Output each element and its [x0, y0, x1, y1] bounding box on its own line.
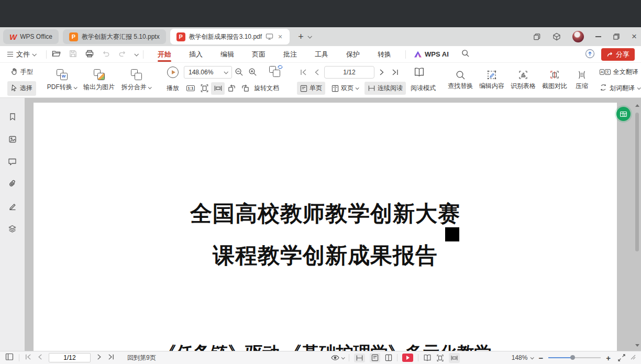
slider-knob[interactable] [570, 355, 575, 360]
page-number-input[interactable] [324, 66, 374, 79]
next-page-button[interactable] [96, 354, 103, 362]
menu-tab-home[interactable]: 开始 [149, 46, 180, 63]
3d-cube-icon[interactable] [552, 32, 561, 41]
menu-tab-protect[interactable]: 保护 [337, 46, 369, 63]
attachment-icon[interactable] [8, 180, 17, 190]
restore-window-icon[interactable] [613, 33, 620, 40]
fit-page-button[interactable] [436, 354, 444, 362]
undo-icon[interactable] [102, 50, 110, 59]
continuous-read-toggle[interactable] [354, 354, 365, 362]
close-window-icon[interactable]: × [632, 31, 637, 42]
comment-panel-icon[interactable] [8, 158, 17, 167]
menu-tab-page[interactable]: 页面 [243, 46, 274, 63]
zoom-level-dropdown[interactable]: 148% [512, 354, 534, 361]
last-page-button[interactable] [108, 354, 115, 362]
table-tool-fab-button[interactable] [616, 107, 631, 121]
menu-tab-convert[interactable]: 转换 [369, 46, 400, 63]
save-icon[interactable] [69, 50, 77, 59]
tab-list-chevron-icon[interactable] [307, 34, 312, 38]
tab-pdf-document-active[interactable]: P 教学创新成果报告3.10.pdf × [170, 29, 290, 45]
wps-ai-button[interactable]: WPS AI [411, 50, 452, 58]
pdf-page[interactable]: 全国高校教师教学创新大赛 课程教学创新成果报告 《任务链》驱动 《基础护理学》多… [34, 103, 617, 351]
present-on-screen-icon[interactable] [266, 33, 273, 40]
menu-tab-comment[interactable]: 批注 [274, 46, 306, 63]
more-actions-chevron-icon[interactable] [134, 52, 138, 56]
resize-grip[interactable] [631, 354, 636, 361]
view-options-button[interactable] [331, 355, 344, 361]
play-label[interactable]: 播放 [167, 84, 179, 93]
word-translate-button[interactable]: 划词翻译 [596, 81, 641, 96]
close-tab-icon[interactable]: × [277, 32, 283, 41]
zoom-slider[interactable] [548, 357, 601, 358]
read-mode-label[interactable]: 阅读模式 [409, 84, 437, 93]
compress-button[interactable]: 压缩 [570, 64, 593, 96]
menu-file[interactable]: 文件 [16, 50, 36, 59]
previous-page-button[interactable] [37, 354, 43, 362]
full-text-translate-button[interactable]: A文 全文翻译 [596, 65, 641, 80]
scroll-down-arrow-icon[interactable] [635, 344, 639, 347]
page-number-input[interactable] [49, 353, 91, 362]
recognize-table-button[interactable]: 识别表格 [507, 64, 539, 96]
actual-size-button[interactable]: 1:1 [184, 85, 197, 91]
hamburger-menu-icon[interactable] [7, 52, 13, 57]
menu-tab-tools[interactable]: 工具 [306, 46, 337, 63]
hand-tool-button[interactable]: 手型 [7, 65, 36, 80]
read-mode-button[interactable] [423, 354, 432, 361]
minimize-window-icon[interactable] [595, 36, 601, 37]
tab-wps-home[interactable]: W WPS Office [3, 29, 59, 44]
rotate-right-button[interactable] [238, 84, 252, 93]
zoom-out-button[interactable]: − [538, 354, 543, 362]
fullscreen-button[interactable] [618, 354, 625, 361]
open-folder-icon[interactable] [52, 50, 61, 59]
play-button[interactable] [162, 67, 184, 78]
menu-tab-insert[interactable]: 插入 [180, 46, 212, 63]
layout-switch-icon[interactable] [533, 33, 541, 41]
menu-tab-edit[interactable]: 编辑 [212, 46, 243, 63]
document-viewport[interactable]: 全国高校教师教学创新大赛 课程教学创新成果报告 《任务链》驱动 《基础护理学》多… [25, 98, 641, 351]
layers-icon[interactable] [8, 225, 17, 235]
edit-content-button[interactable]: 编辑内容 [476, 64, 507, 96]
new-tab-button[interactable]: + [294, 31, 308, 42]
signature-pen-icon[interactable] [8, 202, 17, 212]
scrollbar-thumb[interactable] [635, 113, 639, 251]
zoom-in-button[interactable]: + [606, 354, 611, 362]
vertical-scrollbar[interactable] [633, 98, 641, 351]
screenshot-compare-button[interactable]: 截图对比 [539, 64, 570, 96]
double-page-toggle[interactable] [385, 354, 392, 361]
play-slideshow-button[interactable] [402, 354, 413, 362]
first-page-button[interactable] [25, 354, 31, 362]
bookmark-icon[interactable] [8, 113, 17, 123]
single-page-toggle[interactable] [370, 353, 380, 362]
select-tool-button[interactable]: 选择 [7, 81, 36, 96]
previous-page-button[interactable] [311, 69, 323, 76]
print-icon[interactable] [85, 50, 94, 59]
redo-icon[interactable] [118, 50, 126, 59]
toggle-sidebar-icon[interactable] [5, 353, 14, 362]
first-page-button[interactable] [297, 69, 310, 76]
single-page-button[interactable]: 单页 [297, 82, 325, 95]
rotate-document-label[interactable]: 旋转文档 [252, 84, 281, 93]
fit-width-button[interactable] [211, 82, 225, 95]
thumbnail-panel-icon[interactable] [8, 135, 17, 145]
search-icon[interactable] [461, 49, 470, 59]
export-as-image-button[interactable]: 输出为图片 [80, 64, 118, 96]
tab-pptx-document[interactable]: P 教学创新大赛汇报 5.10.pptx [63, 29, 166, 44]
continuous-read-button[interactable]: 连续阅读 [364, 82, 406, 95]
zoom-level-dropdown[interactable]: 148.06% [184, 66, 232, 79]
scroll-up-arrow-icon[interactable] [635, 104, 639, 107]
pdf-convert-button[interactable]: W PDF转换 [43, 64, 80, 96]
cloud-upload-icon[interactable] [585, 49, 595, 60]
zoom-out-button[interactable] [232, 68, 246, 76]
fit-width-button[interactable] [449, 353, 460, 363]
user-avatar[interactable] [572, 31, 584, 42]
fit-page-button[interactable] [197, 84, 211, 93]
zoom-in-button[interactable] [246, 68, 259, 76]
double-page-button[interactable]: 双页 [328, 82, 361, 95]
last-page-button[interactable] [389, 69, 402, 76]
find-replace-button[interactable]: 查找替换 [445, 64, 476, 96]
back-to-page-link[interactable]: 回到第9页 [127, 354, 156, 362]
share-button[interactable]: 分享 [601, 48, 635, 61]
next-page-button[interactable] [375, 69, 388, 76]
split-merge-button[interactable]: 拆分合并 [118, 64, 154, 96]
rotate-left-button[interactable] [225, 84, 238, 93]
